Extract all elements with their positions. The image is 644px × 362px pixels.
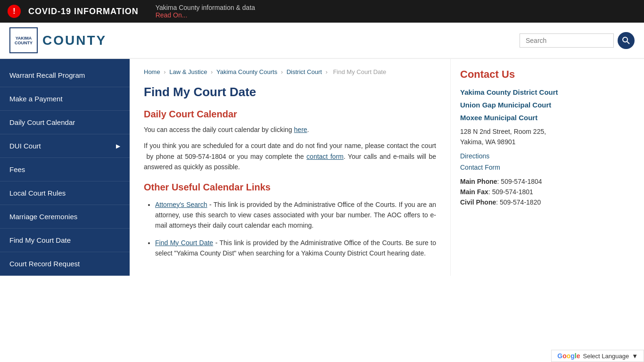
- breadcrumb-current: Find My Court Date: [333, 68, 386, 75]
- sidebar-label-marriage: Marriage Ceremonies: [9, 213, 77, 221]
- search-area: [520, 32, 635, 49]
- para2: If you think you are scheduled for a cou…: [144, 140, 436, 172]
- search-icon: [622, 37, 630, 44]
- breadcrumb-district[interactable]: District Court: [287, 68, 322, 75]
- search-button[interactable]: [618, 32, 635, 49]
- attorney-search-link[interactable]: Attorney's Search: [155, 201, 207, 208]
- section1-title: Daily Court Calendar: [144, 109, 436, 120]
- sidebar: Warrant Recall Program Make a Payment Da…: [0, 59, 130, 276]
- main-fax: Main Fax: 509-574-1801: [460, 188, 578, 196]
- sidebar-label-payment: Make a Payment: [9, 95, 63, 103]
- main-phone-number: 509-574-1804: [501, 178, 542, 185]
- sidebar-label-fees: Fees: [9, 165, 25, 173]
- sidebar-label-warrant: Warrant Recall Program: [9, 71, 85, 79]
- sidebar-item-dui[interactable]: DUI Court ▶: [0, 134, 130, 158]
- covid-read-on-link[interactable]: Read On...: [156, 11, 188, 19]
- covid-icon: !: [8, 5, 21, 18]
- civil-phone-label: Civil Phone: [460, 198, 496, 206]
- para1: You can access the daily court calendar …: [144, 124, 436, 135]
- directions-link[interactable]: Directions: [460, 152, 578, 160]
- covid-title: COVID-19 INFORMATION: [28, 7, 139, 16]
- breadcrumb-courts[interactable]: Yakima County Courts: [216, 68, 277, 75]
- breadcrumb-law[interactable]: Law & Justice: [169, 68, 207, 75]
- list-item-find-date: Find My Court Date - This link is provid…: [155, 238, 436, 259]
- sidebar-item-marriage[interactable]: Marriage Ceremonies: [0, 205, 130, 229]
- right-panel: Contact Us Yakima County District Court …: [450, 59, 587, 276]
- search-input[interactable]: [520, 33, 614, 48]
- content-area: Home › Law & Justice › Yakima County Cou…: [130, 59, 450, 276]
- list-item-attorney: Attorney's Search - This link is provide…: [155, 199, 436, 231]
- sidebar-item-rules[interactable]: Local Court Rules: [0, 181, 130, 205]
- sidebar-item-calendar[interactable]: Daily Court Calendar: [0, 111, 130, 134]
- covid-info-text: Yakima County information & data: [156, 4, 255, 11]
- sidebar-label-find-date: Find My Court Date: [9, 236, 71, 244]
- union-gap-link[interactable]: Union Gap Municipal Court: [460, 101, 578, 109]
- moxee-link[interactable]: Moxee Municipal Court: [460, 114, 578, 122]
- header: YAKIMACOUNTY COUNTY: [0, 23, 644, 59]
- civil-phone: Civil Phone: 509-574-1820: [460, 198, 578, 206]
- contact-address: 128 N 2nd Street, Room 225,Yakima, WA 98…: [460, 126, 578, 148]
- breadcrumb: Home › Law & Justice › Yakima County Cou…: [144, 68, 436, 75]
- breadcrumb-home[interactable]: Home: [144, 68, 160, 75]
- breadcrumb-sep2: ›: [211, 68, 215, 75]
- county-name: COUNTY: [42, 33, 107, 48]
- sidebar-label-dui: DUI Court: [9, 142, 41, 150]
- civil-phone-number: 509-574-1820: [500, 198, 541, 206]
- sidebar-label-rules: Local Court Rules: [9, 189, 66, 197]
- chevron-right-icon: ▶: [116, 143, 120, 149]
- contact-form-link-inline[interactable]: contact form: [306, 153, 344, 160]
- section2-title: Other Useful Calendar Links: [144, 182, 436, 193]
- sidebar-item-record[interactable]: Court Record Request: [0, 252, 130, 276]
- main-fax-label: Main Fax: [460, 188, 488, 196]
- main-container: Warrant Recall Program Make a Payment Da…: [0, 59, 644, 276]
- breadcrumb-sep1: ›: [164, 68, 167, 75]
- link-list: Attorney's Search - This link is provide…: [144, 199, 436, 259]
- contact-title: Contact Us: [460, 68, 578, 81]
- sidebar-item-fees[interactable]: Fees: [0, 158, 130, 181]
- page-title: Find My Court Date: [144, 85, 436, 99]
- sidebar-label-calendar: Daily Court Calendar: [9, 118, 75, 126]
- sidebar-item-find-date[interactable]: Find My Court Date: [0, 229, 130, 252]
- yakima-district-court-link[interactable]: Yakima County District Court: [460, 88, 578, 96]
- svg-line-1: [627, 41, 629, 44]
- sidebar-label-record: Court Record Request: [9, 260, 80, 268]
- breadcrumb-sep4: ›: [325, 68, 329, 75]
- main-fax-number: 509-574-1801: [492, 188, 533, 196]
- covid-info: Yakima County information & data Read On…: [156, 4, 255, 19]
- find-court-date-link[interactable]: Find My Court Date: [155, 239, 213, 247]
- logo: YAKIMACOUNTY: [9, 27, 38, 53]
- logo-text: YAKIMACOUNTY: [15, 36, 33, 45]
- sidebar-item-payment[interactable]: Make a Payment: [0, 87, 130, 111]
- sidebar-item-warrant[interactable]: Warrant Recall Program: [0, 64, 130, 87]
- here-link[interactable]: here: [294, 126, 307, 133]
- main-phone: Main Phone: 509-574-1804: [460, 178, 578, 185]
- breadcrumb-sep3: ›: [281, 68, 285, 75]
- svg-point-0: [623, 37, 627, 42]
- covid-banner: ! COVID-19 INFORMATION Yakima County inf…: [0, 0, 644, 23]
- contact-form-right-link[interactable]: Contact Form: [460, 164, 578, 171]
- header-left: YAKIMACOUNTY COUNTY: [9, 27, 107, 53]
- main-phone-label: Main Phone: [460, 178, 497, 185]
